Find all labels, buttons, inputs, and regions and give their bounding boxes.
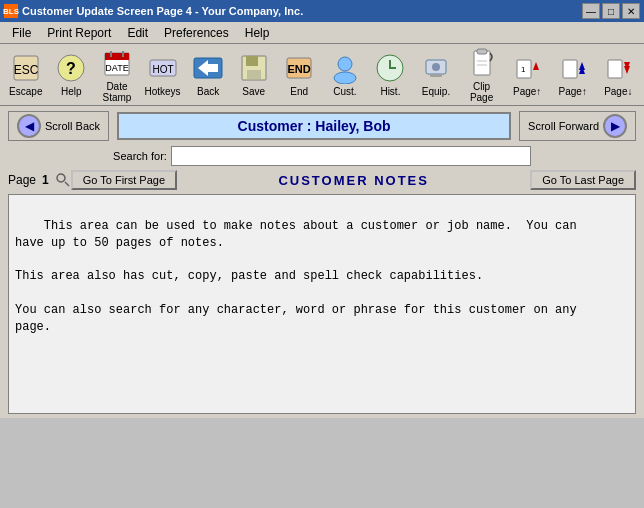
pageup-button[interactable]: 1 Page↑ bbox=[505, 47, 549, 103]
customer-name: Customer : Hailey, Bob bbox=[238, 118, 391, 134]
svg-rect-25 bbox=[474, 51, 490, 75]
title-bar-controls: — □ ✕ bbox=[582, 3, 640, 19]
svg-rect-16 bbox=[247, 70, 261, 79]
escape-button[interactable]: ESC Escape bbox=[4, 47, 48, 103]
hotkeys-icon: HOT bbox=[147, 52, 179, 84]
search-input[interactable] bbox=[171, 146, 531, 166]
scroll-forward-button[interactable]: Scroll Forward ▶ bbox=[519, 111, 636, 141]
svg-point-19 bbox=[338, 57, 352, 71]
equipment-icon bbox=[420, 52, 452, 84]
datestamp-button[interactable]: DATE Date Stamp bbox=[95, 47, 139, 103]
svg-point-20 bbox=[334, 72, 356, 84]
pageup-icon: 1 bbox=[511, 52, 543, 84]
end-button[interactable]: END End bbox=[277, 47, 321, 103]
clippage-button[interactable]: Clip Page bbox=[460, 47, 504, 103]
pagedown-button[interactable]: Page↓ bbox=[597, 47, 641, 103]
escape-icon: ESC bbox=[10, 52, 42, 84]
search-row: Search for: bbox=[8, 146, 636, 166]
pagedown-icon bbox=[602, 52, 634, 84]
customer-icon bbox=[329, 52, 361, 84]
scroll-back-button[interactable]: ◀ Scroll Back bbox=[8, 111, 109, 141]
equipment-button[interactable]: Equip. bbox=[414, 47, 458, 103]
toolbar: ESC Escape ? Help DATE Date Stamp bbox=[0, 44, 644, 106]
title-bar-left: BLS Customer Update Screen Page 4 - Your… bbox=[4, 4, 303, 18]
menu-file[interactable]: File bbox=[4, 24, 39, 42]
menu-edit[interactable]: Edit bbox=[119, 24, 156, 42]
svg-rect-15 bbox=[246, 56, 258, 66]
history-button[interactable]: Hist. bbox=[369, 47, 413, 103]
back-icon bbox=[192, 52, 224, 84]
pageup2-button[interactable]: Page↑ bbox=[551, 47, 595, 103]
end-icon: END bbox=[283, 52, 315, 84]
page-info: Page 1 bbox=[8, 172, 71, 188]
svg-text:ESC: ESC bbox=[13, 63, 38, 77]
save-icon bbox=[238, 52, 270, 84]
svg-point-23 bbox=[432, 63, 440, 71]
back-button[interactable]: Back bbox=[186, 47, 230, 103]
close-button[interactable]: ✕ bbox=[622, 3, 640, 19]
scroll-forward-icon: ▶ bbox=[603, 114, 627, 138]
go-first-button[interactable]: Go To First Page bbox=[71, 170, 177, 190]
svg-marker-31 bbox=[533, 62, 539, 70]
app-icon: BLS bbox=[4, 4, 18, 18]
hotkeys-button[interactable]: HOT Hotkeys bbox=[141, 47, 185, 103]
svg-rect-32 bbox=[563, 60, 577, 78]
help-icon: ? bbox=[55, 52, 87, 84]
pageup2-icon bbox=[557, 52, 589, 84]
help-button[interactable]: ? Help bbox=[50, 47, 94, 103]
svg-rect-5 bbox=[105, 53, 129, 60]
nav-row: ◀ Scroll Back Customer : Hailey, Bob Scr… bbox=[8, 110, 636, 142]
page-row: Page 1 Go To First Page CUSTOMER NOTES G… bbox=[8, 170, 636, 190]
menu-preferences[interactable]: Preferences bbox=[156, 24, 237, 42]
notes-content: This area can be used to make notes abou… bbox=[15, 219, 577, 334]
svg-text:END: END bbox=[288, 63, 311, 75]
page-label: Page bbox=[8, 173, 36, 187]
svg-line-39 bbox=[65, 182, 69, 186]
menu-help[interactable]: Help bbox=[237, 24, 278, 42]
search-label: Search for: bbox=[113, 150, 167, 162]
customer-name-box: Customer : Hailey, Bob bbox=[117, 112, 511, 140]
scroll-back-icon: ◀ bbox=[17, 114, 41, 138]
maximize-button[interactable]: □ bbox=[602, 3, 620, 19]
minimize-button[interactable]: — bbox=[582, 3, 600, 19]
customer-button[interactable]: Cust. bbox=[323, 47, 367, 103]
svg-rect-35 bbox=[608, 60, 622, 78]
notes-area[interactable]: This area can be used to make notes abou… bbox=[8, 194, 636, 414]
search-magnify-icon bbox=[55, 172, 71, 188]
main-content: ◀ Scroll Back Customer : Hailey, Bob Scr… bbox=[0, 106, 644, 418]
svg-rect-24 bbox=[430, 74, 442, 77]
go-last-button[interactable]: Go To Last Page bbox=[530, 170, 636, 190]
svg-rect-13 bbox=[208, 64, 218, 72]
svg-text:1: 1 bbox=[521, 65, 526, 74]
section-title: CUSTOMER NOTES bbox=[278, 173, 429, 188]
window-title: Customer Update Screen Page 4 - Your Com… bbox=[22, 5, 303, 17]
svg-text:?: ? bbox=[66, 60, 76, 77]
svg-rect-26 bbox=[477, 49, 487, 54]
menu-print-report[interactable]: Print Report bbox=[39, 24, 119, 42]
datestamp-icon: DATE bbox=[101, 47, 133, 79]
svg-text:DATE: DATE bbox=[105, 63, 128, 73]
clippage-icon bbox=[466, 47, 498, 79]
svg-text:HOT: HOT bbox=[152, 64, 173, 75]
title-bar: BLS Customer Update Screen Page 4 - Your… bbox=[0, 0, 644, 22]
svg-point-38 bbox=[57, 174, 65, 182]
page-number: 1 bbox=[42, 173, 49, 187]
history-icon bbox=[374, 52, 406, 84]
menu-bar: File Print Report Edit Preferences Help bbox=[0, 22, 644, 44]
save-button[interactable]: Save bbox=[232, 47, 276, 103]
